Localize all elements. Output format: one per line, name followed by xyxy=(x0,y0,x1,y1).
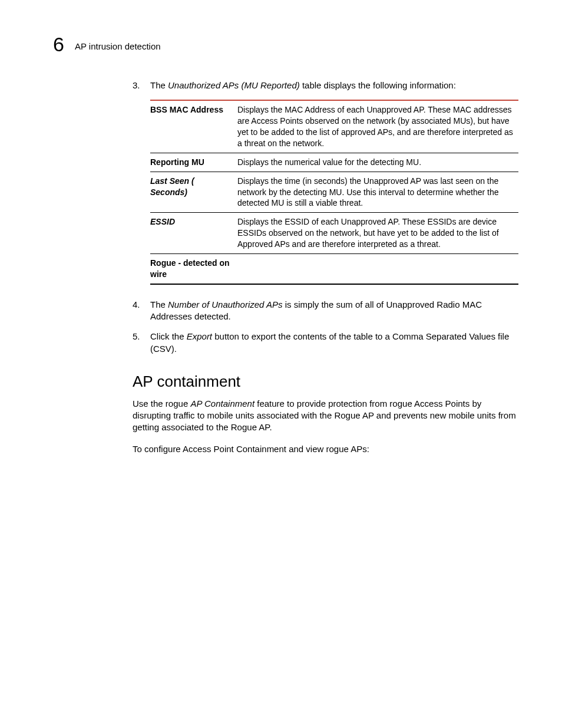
chapter-number: 6 xyxy=(53,33,64,56)
step-text-post: table displays the following information… xyxy=(300,80,456,90)
step-text-pre: The xyxy=(150,80,168,90)
step-5: 5. Click the Export button to export the… xyxy=(133,331,518,355)
definition-table: BSS MAC AddressDisplays the MAC Address … xyxy=(150,100,518,285)
term-cell: Last Seen ( Seconds) xyxy=(150,172,237,213)
step-number: 5. xyxy=(133,331,140,342)
desc-cell: Displays the time (in seconds) the Unapp… xyxy=(237,172,518,213)
p1-italic: AP Containment xyxy=(190,398,254,409)
page: 6 AP intrusion detection 3. The Unauthor… xyxy=(0,0,562,728)
section-paragraph-2: To configure Access Point Containment an… xyxy=(133,443,518,455)
content-area: 3. The Unauthorized APs (MU Reported) ta… xyxy=(133,80,518,465)
step-text-italic: Export xyxy=(187,331,212,341)
step-4: 4. The Number of Unauthorized APs is sim… xyxy=(133,299,518,323)
desc-cell: Displays the numerical value for the det… xyxy=(237,153,518,172)
table-row: BSS MAC AddressDisplays the MAC Address … xyxy=(150,100,518,153)
step-number: 3. xyxy=(133,80,140,91)
desc-cell xyxy=(237,254,518,284)
header-title: AP intrusion detection xyxy=(75,41,161,51)
step-3: 3. The Unauthorized APs (MU Reported) ta… xyxy=(133,80,518,91)
step-list-b: 4. The Number of Unauthorized APs is sim… xyxy=(133,299,518,355)
table-row: ESSIDDisplays the ESSID of each Unapprov… xyxy=(150,213,518,254)
step-text-italic: Unauthorized APs (MU Reported) xyxy=(168,80,300,90)
table-row: Reporting MUDisplays the numerical value… xyxy=(150,153,518,172)
term-cell: BSS MAC Address xyxy=(150,100,237,153)
term-cell: ESSID xyxy=(150,213,237,254)
step-list-a: 3. The Unauthorized APs (MU Reported) ta… xyxy=(133,80,518,91)
step-number: 4. xyxy=(133,299,140,311)
term-cell: Rogue - detected on wire xyxy=(150,254,237,284)
step-text-pre: The xyxy=(150,299,168,309)
desc-cell: Displays the ESSID of each Unapproved AP… xyxy=(237,213,518,254)
section-heading: AP containment xyxy=(133,373,518,391)
page-header: 6 AP intrusion detection xyxy=(53,33,521,56)
step-text-italic: Number of Unauthorized APs xyxy=(168,299,283,309)
table-row: Rogue - detected on wire xyxy=(150,254,518,284)
desc-cell: Displays the MAC Address of each Unappro… xyxy=(237,100,518,153)
p1-pre: Use the rogue xyxy=(133,398,190,409)
section-paragraph-1: Use the rogue AP Containment feature to … xyxy=(133,398,518,434)
step-text-pre: Click the xyxy=(150,331,187,341)
table-row: Last Seen ( Seconds)Displays the time (i… xyxy=(150,172,518,213)
term-cell: Reporting MU xyxy=(150,153,237,172)
